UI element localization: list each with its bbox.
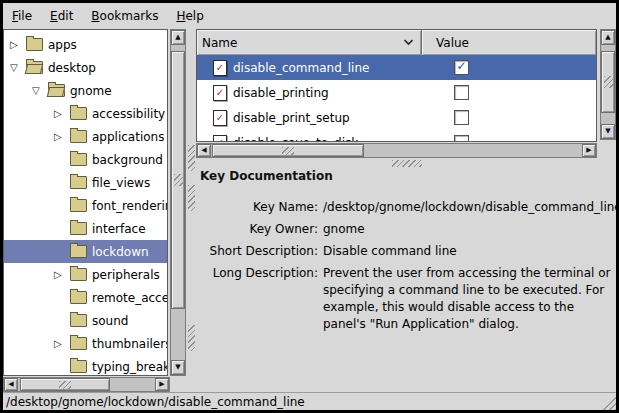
- thumb-grip: [282, 147, 294, 155]
- menu-bookmarks[interactable]: Bookmarks: [82, 5, 167, 27]
- scrollbar-thumb[interactable]: [20, 378, 110, 391]
- menu-edit[interactable]: Edit: [41, 5, 82, 27]
- arrow-left-icon: ◀: [8, 381, 13, 388]
- menu-help[interactable]: Help: [167, 5, 212, 27]
- tree-item-apps[interactable]: ▷apps: [4, 33, 167, 56]
- folder-icon: [70, 153, 87, 166]
- tree-item-applications[interactable]: ▷applications: [4, 125, 167, 148]
- tree-item-peripherals[interactable]: ▷peripherals: [4, 263, 167, 286]
- value-checkbox[interactable]: ✓: [454, 135, 469, 142]
- list-vertical-scrollbar[interactable]: ▲ ▼: [600, 29, 616, 140]
- list-header: Name Value: [197, 30, 596, 55]
- value-checkbox[interactable]: ✓: [454, 85, 469, 100]
- key-row-disable-command-line-selected[interactable]: ✓disable_command_line ✓: [197, 55, 596, 80]
- expander-collapsed-icon[interactable]: ▷: [54, 131, 70, 142]
- scroll-down-button[interactable]: ▼: [171, 360, 185, 375]
- scroll-down-button[interactable]: ▼: [601, 124, 615, 139]
- expander-collapsed-icon[interactable]: ▷: [54, 338, 70, 349]
- key-row-disable-save-to-disk[interactable]: ✓disable_save_to_disk ✓: [197, 130, 596, 142]
- key-icon: ✓: [213, 110, 227, 126]
- value-checkbox[interactable]: ✓: [454, 110, 469, 125]
- expander-expanded-icon[interactable]: ▽: [10, 62, 26, 73]
- scroll-up-button[interactable]: ▲: [171, 30, 185, 45]
- tree-item-accessibility[interactable]: ▷accessibility: [4, 102, 167, 125]
- doc-field-label: Long Description:: [196, 265, 318, 333]
- key-name: disable_print_setup: [233, 111, 350, 125]
- scrollbar-thumb[interactable]: [601, 51, 615, 113]
- key-icon: ✓: [213, 60, 227, 76]
- doc-field-long-description: Long Description: Prevent the user from …: [196, 265, 616, 333]
- folder-icon: [70, 245, 87, 258]
- key-list: Name Value ✓disable_command_line ✓ ✓disa…: [196, 29, 597, 142]
- folder-icon: [70, 268, 87, 281]
- tree-item-label: typing_break: [92, 360, 167, 374]
- thumb-grip: [59, 381, 71, 389]
- scroll-left-button[interactable]: ◀: [4, 378, 18, 391]
- pane-splitter-vertical[interactable]: [187, 29, 196, 392]
- tree-item-label: applications: [92, 130, 164, 144]
- tree-item-file-views[interactable]: file_views: [4, 171, 167, 194]
- doc-field-label: Short Description:: [196, 243, 318, 260]
- menu-edit-label: dit: [58, 9, 74, 23]
- folder-icon: [70, 130, 87, 143]
- list-horizontal-scrollbar[interactable]: ◀ ▶: [196, 143, 597, 158]
- tree-item-interface[interactable]: interface: [4, 217, 167, 240]
- gconf-editor-window: File Edit Bookmarks Help ▷apps ▽desktop …: [0, 0, 619, 413]
- tree-item-font-rendering[interactable]: font_rendering: [4, 194, 167, 217]
- value-checkbox[interactable]: ✓: [454, 60, 469, 75]
- tree-item-remote-access[interactable]: remote_access: [4, 286, 167, 309]
- menu-file[interactable]: File: [3, 5, 41, 27]
- menu-bookmarks-mnemonic: B: [91, 9, 99, 23]
- key-check-glyph: ✓: [214, 136, 226, 143]
- key-name: disable_save_to_disk: [233, 136, 358, 143]
- tree-item-label: peripherals: [92, 268, 160, 282]
- key-documentation-title: Key Documentation: [200, 169, 616, 183]
- sort-indicator-icon: [403, 39, 414, 46]
- expander-expanded-icon[interactable]: ▽: [32, 85, 48, 96]
- doc-field-value: Prevent the user from accessing the term…: [323, 265, 616, 333]
- tree-item-desktop[interactable]: ▽desktop: [4, 56, 167, 79]
- folder-icon: [26, 38, 43, 51]
- tree-item-typing-break[interactable]: typing_break: [4, 355, 167, 376]
- arrow-up-icon: ▲: [175, 34, 180, 41]
- scroll-right-button[interactable]: ▶: [582, 144, 596, 157]
- open-folder-icon: [26, 61, 43, 74]
- statusbar: /desktop/gnome/lockdown/disable_command_…: [3, 392, 616, 410]
- arrow-right-icon: ▶: [159, 381, 164, 388]
- tree-item-background[interactable]: background: [4, 148, 167, 171]
- arrow-left-icon: ◀: [201, 147, 206, 154]
- tree-item-lockdown-selected[interactable]: lockdown: [4, 240, 167, 263]
- tree-item-label: font_rendering: [92, 199, 167, 213]
- tree-horizontal-scrollbar[interactable]: ◀ ▶: [3, 377, 170, 392]
- scroll-left-button[interactable]: ◀: [197, 144, 211, 157]
- tree-vertical-scrollbar[interactable]: ▲ ▼: [170, 29, 186, 376]
- scrollbar-thumb[interactable]: [212, 144, 364, 157]
- thumb-grip: [604, 76, 613, 88]
- key-row-disable-printing[interactable]: ✓disable_printing ✓: [197, 80, 596, 105]
- tree-item-label: gnome: [70, 84, 112, 98]
- key-name: disable_command_line: [233, 61, 369, 75]
- pane-splitter-horizontal[interactable]: [196, 159, 616, 168]
- splitter-grip: [188, 325, 195, 351]
- key-check-glyph: ✓: [214, 86, 226, 100]
- tree-item-label: background: [92, 153, 163, 167]
- scroll-up-button[interactable]: ▲: [601, 30, 615, 45]
- expander-collapsed-icon[interactable]: ▷: [54, 108, 70, 119]
- tree-item-label: file_views: [92, 176, 150, 190]
- tree-item-label: remote_access: [92, 291, 167, 305]
- tree-item-sound[interactable]: sound: [4, 309, 167, 332]
- arrow-right-icon: ▶: [586, 147, 591, 154]
- expander-collapsed-icon[interactable]: ▷: [10, 39, 26, 50]
- tree-item-gnome[interactable]: ▽gnome: [4, 79, 167, 102]
- folder-icon: [70, 107, 87, 120]
- window-resize-grip[interactable]: [601, 395, 616, 410]
- menubar: File Edit Bookmarks Help: [3, 3, 616, 28]
- column-header-value[interactable]: Value: [422, 30, 596, 55]
- key-row-disable-print-setup[interactable]: ✓disable_print_setup ✓: [197, 105, 596, 130]
- folder-icon: [70, 337, 87, 350]
- column-header-name[interactable]: Name: [197, 30, 422, 55]
- expander-collapsed-icon[interactable]: ▷: [54, 269, 70, 280]
- tree-item-thumbnailers[interactable]: ▷thumbnailers: [4, 332, 167, 355]
- scroll-right-button[interactable]: ▶: [155, 378, 169, 391]
- scrollbar-thumb[interactable]: [171, 51, 185, 309]
